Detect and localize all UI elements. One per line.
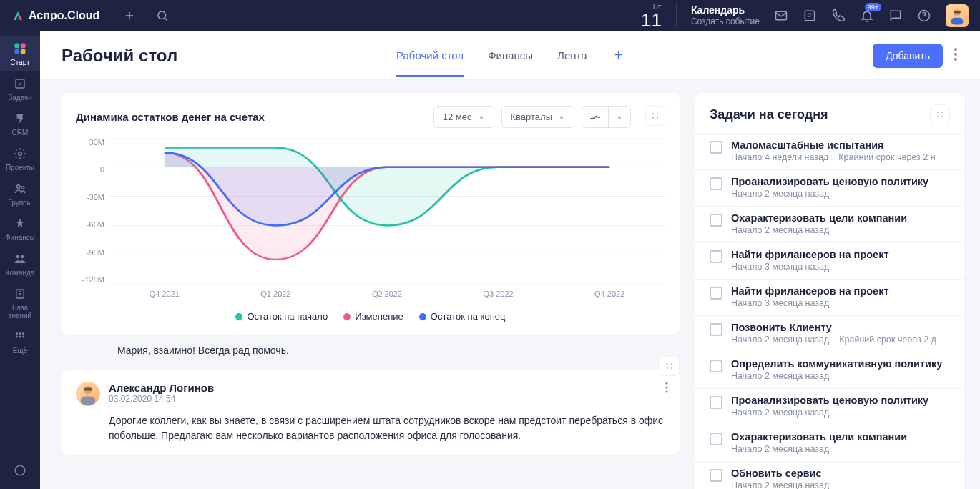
drag-handle-icon[interactable] [930, 104, 950, 124]
sidebar-item-label: Старт [10, 59, 29, 66]
task-checkbox[interactable] [710, 214, 722, 227]
tab-add-button[interactable]: + [612, 47, 626, 64]
y-tick: 0 [76, 165, 104, 174]
calendar-create-link[interactable]: Создать событие [691, 16, 760, 28]
task-checkbox[interactable] [710, 141, 722, 154]
help-icon[interactable] [917, 9, 931, 23]
bell-icon[interactable]: 99+ [860, 9, 874, 23]
svg-rect-46 [81, 396, 95, 405]
drag-handle-icon[interactable] [645, 106, 665, 126]
kebab-icon[interactable] [951, 45, 960, 66]
svg-point-29 [657, 113, 658, 114]
task-checkbox[interactable] [710, 177, 722, 190]
tab-feed[interactable]: Лента [557, 34, 587, 77]
phone-icon[interactable] [831, 9, 846, 23]
task-checkbox[interactable] [710, 323, 722, 336]
task-title: Проанализировать ценовую политику [731, 176, 950, 187]
sidebar-item-label: Ещё [13, 347, 27, 355]
sidebar-item-tasks[interactable]: Задачи [0, 71, 40, 106]
x-axis: Q4 2021Q1 2022Q2 2022Q3 2022Q4 2022 [109, 290, 665, 298]
legend-item[interactable]: Остаток на конец [419, 311, 506, 322]
sidebar-item-support[interactable] [0, 458, 40, 482]
groupby-select-value: Кварталы [511, 112, 552, 122]
svg-point-12 [19, 152, 22, 156]
notification-badge: 99+ [865, 3, 881, 11]
task-checkbox[interactable] [710, 433, 722, 445]
svg-point-15 [16, 255, 20, 259]
right-column: Задачи на сегодня Маломасштабные испытан… [695, 80, 980, 489]
crm-icon [13, 112, 27, 126]
feed-author[interactable]: Александр Логинов [109, 382, 214, 394]
sidebar-item-kb[interactable]: База знаний [0, 281, 40, 324]
chart-title: Динамика остатков денег на счетах [76, 111, 265, 123]
logo-icon [11, 9, 24, 22]
task-row[interactable]: Проанализировать ценовую политикуНачало … [695, 388, 964, 425]
chart-plot: 30M0-30M-60M-90M-120M [76, 138, 665, 284]
content: Динамика остатков денег на счетах 12 мес… [40, 80, 980, 489]
task-row[interactable]: Охарактеризовать цели компанииНачало 2 м… [695, 425, 964, 461]
task-row[interactable]: Маломасштабные испытанияНачало 4 недели … [695, 133, 964, 169]
avatar[interactable] [946, 4, 969, 27]
task-row[interactable]: Определить коммуникативную политикуНачал… [695, 352, 964, 388]
svg-point-27 [954, 58, 957, 61]
task-title: Позвонить Клиенту [731, 322, 950, 333]
sidebar-item-crm[interactable]: CRM [0, 106, 40, 141]
svg-point-19 [19, 332, 21, 335]
svg-point-40 [667, 367, 668, 369]
tab-dashboard[interactable]: Рабочий стол [396, 34, 464, 77]
task-row[interactable]: Обновить сервисНачало 2 месяца назад [695, 461, 964, 489]
groupby-select[interactable]: Кварталы [501, 106, 574, 128]
sidebar-item-more[interactable]: Ещё [0, 324, 40, 359]
svg-point-16 [21, 255, 24, 259]
task-row[interactable]: Проанализировать ценовую политикуНачало … [695, 169, 964, 206]
task-checkbox[interactable] [710, 469, 722, 482]
legend-item[interactable]: Остаток на начало [235, 311, 328, 322]
task-checkbox[interactable] [710, 250, 722, 263]
task-meta: Начало 2 месяца назад [731, 444, 950, 454]
period-select[interactable]: 12 мес [433, 106, 494, 128]
chart-type-toggle [582, 106, 631, 128]
task-checkbox[interactable] [710, 396, 722, 409]
avatar[interactable] [76, 382, 100, 406]
sidebar-item-start[interactable]: Старт [0, 36, 40, 71]
date-number: 11 [641, 11, 662, 29]
chart-type-dropdown[interactable] [609, 107, 630, 127]
svg-rect-6 [954, 11, 961, 14]
y-tick: -120M [76, 275, 104, 284]
sidebar-item-finance[interactable]: Финансы [0, 211, 40, 246]
logo[interactable]: Аспро.Cloud [11, 9, 99, 22]
sidebar-item-groups[interactable]: Группы [0, 176, 40, 211]
sidebar-item-projects[interactable]: Проекты [0, 141, 40, 176]
svg-rect-10 [21, 49, 26, 54]
task-checkbox[interactable] [710, 360, 722, 372]
svg-point-43 [665, 386, 667, 388]
svg-rect-9 [15, 49, 20, 54]
search-icon[interactable] [155, 9, 170, 23]
legend-item[interactable]: Изменение [343, 311, 403, 322]
task-row[interactable]: Найти фрилансеров на проектНачало 3 меся… [695, 279, 964, 315]
add-icon[interactable] [122, 9, 137, 23]
left-column: Динамика остатков денег на счетах 12 мес… [40, 80, 695, 489]
chart-type-line[interactable] [582, 107, 609, 127]
task-checkbox[interactable] [710, 287, 722, 300]
tab-finance[interactable]: Финансы [488, 34, 533, 77]
y-tick: -90M [76, 248, 104, 257]
svg-point-42 [665, 382, 667, 384]
task-row[interactable]: Позвонить КлиентуНачало 2 месяца назадКр… [695, 315, 964, 352]
task-row[interactable]: Охарактеризовать цели компанииНачало 2 м… [695, 206, 964, 242]
sidebar-item-label: Группы [8, 199, 31, 207]
date-block: Вт 11 [641, 3, 662, 29]
task-meta: Начало 2 месяца назад [731, 371, 950, 381]
task-row[interactable]: Найти фрилансеров на проектНачало 3 меся… [695, 242, 964, 279]
task-title: Охарактеризовать цели компании [731, 431, 950, 443]
tasks-icon [13, 76, 27, 91]
add-button[interactable]: Добавить [873, 44, 943, 68]
svg-rect-7 [15, 44, 20, 49]
mail-icon[interactable] [774, 9, 788, 23]
notes-icon[interactable] [803, 9, 817, 23]
drag-handle-icon[interactable] [660, 356, 680, 376]
calendar-title[interactable]: Календарь [691, 4, 760, 16]
kebab-icon[interactable] [665, 382, 668, 396]
chat-icon[interactable] [888, 9, 903, 23]
sidebar-item-team[interactable]: Команда [0, 246, 40, 281]
